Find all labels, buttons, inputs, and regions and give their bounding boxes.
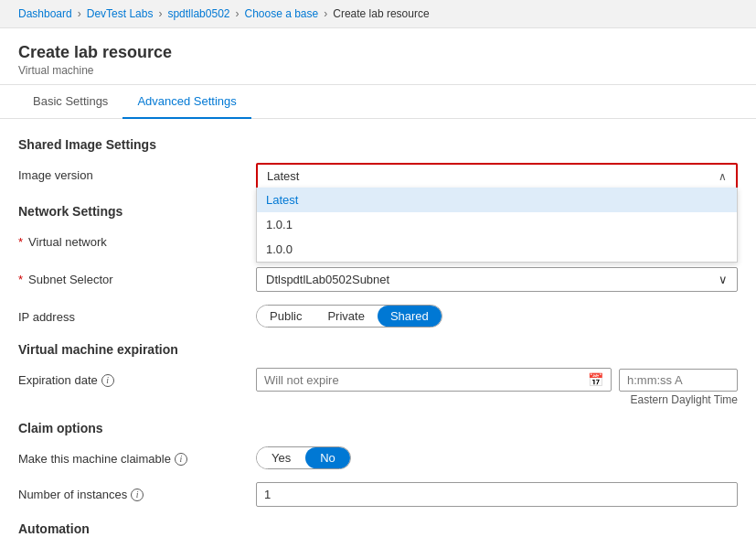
page-subtitle: Virtual machine bbox=[18, 64, 738, 77]
image-version-label: Image version bbox=[18, 163, 256, 182]
breadcrumb-devtest[interactable]: DevTest Labs bbox=[87, 7, 154, 20]
breadcrumb-sep-3: › bbox=[235, 7, 239, 20]
expiration-date-label: Expiration date i bbox=[18, 368, 256, 387]
ip-public-button[interactable]: Public bbox=[257, 306, 314, 327]
subnet-selector-row: * Subnet Selector DtlspdtlLab0502Subnet … bbox=[18, 267, 738, 292]
claimable-row: Make this machine claimable i Yes No bbox=[18, 446, 738, 469]
page-title: Create lab resource bbox=[18, 43, 738, 62]
subnet-dropdown[interactable]: DtlspdtlLab0502Subnet ∨ bbox=[256, 267, 738, 292]
instances-input[interactable] bbox=[256, 482, 738, 507]
calendar-icon[interactable]: 📅 bbox=[588, 372, 603, 387]
tabs-bar: Basic Settings Advanced Settings bbox=[0, 85, 756, 119]
claimable-yes-button[interactable]: Yes bbox=[257, 447, 305, 468]
ip-shared-button[interactable]: Shared bbox=[378, 306, 442, 327]
image-version-dropdown-list: Latest 1.0.1 1.0.0 bbox=[256, 188, 738, 263]
breadcrumb-sep-2: › bbox=[158, 7, 162, 20]
ip-address-label: IP address bbox=[18, 305, 256, 324]
breadcrumb-lab[interactable]: spdtllab0502 bbox=[167, 7, 229, 20]
instances-info-icon: i bbox=[131, 489, 144, 501]
claimable-info-icon: i bbox=[175, 453, 187, 466]
breadcrumb-sep-4: › bbox=[324, 7, 327, 20]
claimable-no-button[interactable]: No bbox=[305, 447, 350, 468]
main-content: Shared Image Settings Image version Late… bbox=[0, 119, 756, 537]
tab-advanced-settings[interactable]: Advanced Settings bbox=[122, 85, 250, 119]
instances-row: Number of instances i bbox=[18, 482, 738, 507]
date-input-wrap: 📅 bbox=[256, 368, 612, 392]
required-star: * bbox=[18, 235, 23, 249]
ip-address-toggle-wrap: Public Private Shared bbox=[256, 305, 738, 328]
expiration-time-input[interactable] bbox=[619, 369, 738, 392]
ip-address-row: IP address Public Private Shared bbox=[18, 305, 738, 328]
breadcrumb-choose-base[interactable]: Choose a base bbox=[244, 7, 318, 20]
image-version-selected-value: Latest bbox=[267, 169, 299, 183]
required-star-subnet: * bbox=[18, 273, 23, 286]
breadcrumb-current: Create lab resource bbox=[333, 7, 429, 20]
subnet-value: DtlspdtlLab0502Subnet bbox=[266, 273, 389, 286]
expiration-date-input[interactable] bbox=[264, 373, 588, 387]
dropdown-option-100[interactable]: 1.0.0 bbox=[257, 237, 737, 262]
subnet-dropdown-wrap: DtlspdtlLab0502Subnet ∨ bbox=[256, 267, 738, 292]
image-version-row: Image version Latest ∧ Latest 1.0.1 1.0.… bbox=[18, 163, 738, 189]
subnet-label: * Subnet Selector bbox=[18, 267, 256, 286]
claimable-toggle-wrap: Yes No bbox=[256, 446, 738, 469]
image-version-dropdown-container: Latest ∧ Latest 1.0.1 1.0.0 bbox=[256, 163, 738, 189]
claimable-label: Make this machine claimable i bbox=[18, 446, 256, 466]
ip-address-toggle-group: Public Private Shared bbox=[256, 305, 442, 328]
instances-input-wrap bbox=[256, 482, 738, 507]
tab-basic-settings[interactable]: Basic Settings bbox=[18, 85, 122, 119]
expiration-date-row: Expiration date i 📅 Eastern Daylight Tim… bbox=[18, 368, 738, 406]
expiration-section-title: Virtual machine expiration bbox=[18, 342, 738, 357]
date-time-row: 📅 bbox=[256, 368, 738, 392]
chevron-down-icon-subnet: ∨ bbox=[719, 273, 728, 286]
image-version-dropdown-header[interactable]: Latest ∧ bbox=[258, 165, 736, 188]
breadcrumb-sep-1: › bbox=[78, 7, 81, 20]
dropdown-option-101[interactable]: 1.0.1 bbox=[257, 212, 737, 237]
image-version-dropdown[interactable]: Latest ∧ Latest 1.0.1 1.0.0 bbox=[256, 163, 738, 189]
automation-section-title: Automation bbox=[18, 521, 738, 536]
timezone-label: Eastern Daylight Time bbox=[256, 393, 738, 406]
expiration-info-icon: i bbox=[101, 374, 114, 387]
claimable-toggle-group: Yes No bbox=[256, 446, 351, 469]
expiration-inputs-wrap: 📅 Eastern Daylight Time bbox=[256, 368, 738, 406]
page-header: Create lab resource Virtual machine bbox=[0, 28, 756, 85]
chevron-up-icon: ∧ bbox=[719, 170, 727, 183]
ip-private-button[interactable]: Private bbox=[314, 306, 377, 327]
dropdown-option-latest[interactable]: Latest bbox=[257, 188, 737, 212]
automation-section: Automation View ARM template bbox=[18, 521, 738, 537]
claim-section-title: Claim options bbox=[18, 421, 738, 435]
breadcrumb-dashboard[interactable]: Dashboard bbox=[18, 7, 72, 20]
breadcrumb: Dashboard › DevTest Labs › spdtllab0502 … bbox=[0, 0, 756, 28]
instances-label: Number of instances i bbox=[18, 482, 256, 501]
virtual-network-label: * Virtual network bbox=[18, 230, 256, 249]
shared-image-section-title: Shared Image Settings bbox=[18, 137, 738, 152]
